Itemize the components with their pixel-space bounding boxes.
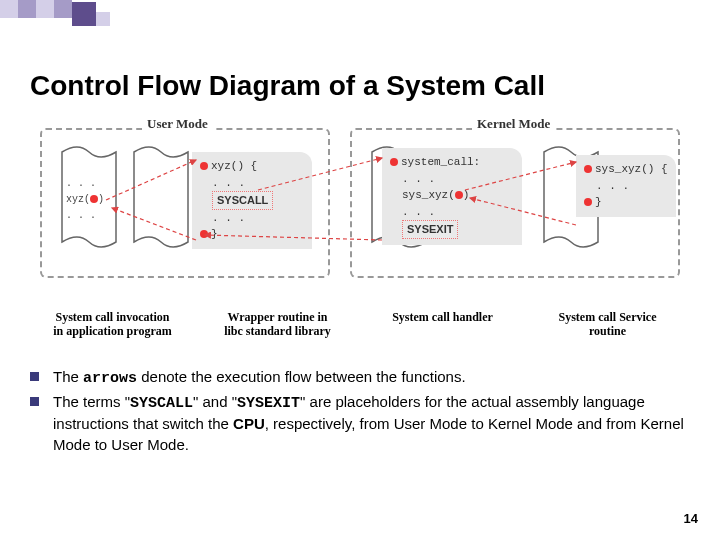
- decorative-bar: [0, 0, 110, 26]
- bullet-icon: [30, 397, 39, 406]
- caption-handler: System call handler: [383, 310, 503, 339]
- handler-code: system_call: . . . sys_xyz() . . . SYSEX…: [382, 148, 522, 245]
- caption-wrapper: Wrapper routine in libc standard library: [218, 310, 338, 339]
- bullets: The arrows denote the execution flow bet…: [0, 339, 720, 455]
- captions: System call invocation in application pr…: [0, 310, 720, 339]
- app-ellipsis2: . . .: [66, 210, 96, 221]
- wrapper-sheet-bg: [130, 142, 192, 254]
- caption-service: System call Service routine: [548, 310, 668, 339]
- diagram: User Mode Kernel Mode . . . xyz() . . . …: [20, 120, 700, 300]
- app-call: xyz(): [66, 194, 104, 205]
- page-number: 14: [684, 511, 698, 526]
- service-code: sys_xyz() { . . . }: [576, 155, 676, 217]
- app-ellipsis: . . .: [66, 178, 96, 189]
- syscall-pill: SYSCALL: [212, 191, 273, 210]
- user-mode-label: User Mode: [142, 116, 213, 132]
- bullet-2: The terms "SYSCALL" and "SYSEXIT" are pl…: [53, 392, 690, 455]
- wrapper-code: xyz() { . . . SYSCALL . . . }: [192, 152, 312, 249]
- sysexit-pill: SYSEXIT: [402, 220, 458, 239]
- kernel-mode-label: Kernel Mode: [472, 116, 555, 132]
- bullet-icon: [30, 372, 39, 381]
- caption-app: System call invocation in application pr…: [53, 310, 173, 339]
- bullet-1: The arrows denote the execution flow bet…: [53, 367, 466, 389]
